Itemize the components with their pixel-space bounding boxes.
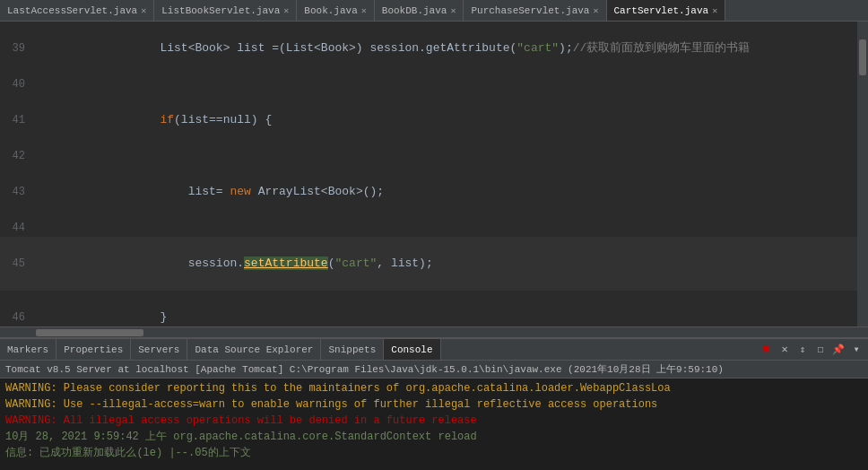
console-line-info-1: 10月 28, 2021 9:59:42 上午 org.apache.catal…: [5, 429, 863, 445]
bottom-panel: Markers Properties Servers Data Source E…: [0, 337, 868, 470]
vertical-scrollbar[interactable]: [857, 22, 868, 326]
tab-purchase-servlet[interactable]: PurchaseServlet.java ✕: [464, 0, 606, 21]
tab-last-access-servlet[interactable]: LastAccessServlet.java ✕: [0, 0, 154, 21]
close-console-button[interactable]: ✕: [777, 342, 793, 358]
line-content: [34, 219, 41, 237]
panel-tab-label: Markers: [7, 344, 48, 355]
panel-tab-label: Console: [391, 344, 432, 355]
panel-tab-label: Properties: [64, 344, 123, 355]
line-content: List<Book> list =(List<Book>) session.ge…: [34, 22, 750, 75]
console-status-text: Tomcat v8.5 Server at localhost [Apache …: [5, 364, 724, 375]
panel-tab-properties[interactable]: Properties: [56, 339, 131, 360]
panel-tab-label: Data Source Explorer: [195, 344, 313, 355]
line-content: list= new ArrayList<Book>();: [34, 165, 384, 219]
tab-label: PurchaseServlet.java: [471, 5, 589, 16]
clear-button[interactable]: ☐: [812, 342, 829, 358]
console-status-bar: Tomcat v8.5 Server at localhost [Apache …: [0, 361, 868, 379]
console-line-warning-red: WARNING: All illegal access operations w…: [5, 413, 863, 429]
line-content: }: [34, 291, 167, 326]
line-content: [34, 147, 41, 165]
code-line-43: 43 list= new ArrayList<Book>();: [0, 165, 857, 219]
panel-tab-label: Snippets: [328, 344, 376, 355]
tab-cart-servlet[interactable]: CartServlet.java ✕: [607, 0, 726, 21]
line-number: 43: [0, 183, 34, 201]
code-editor: 39 List<Book> list =(List<Book>) session…: [0, 22, 868, 326]
code-line-41: 41 if(list==null) {: [0, 93, 857, 147]
panel-tab-servers[interactable]: Servers: [131, 339, 187, 360]
tab-label: BookDB.java: [382, 5, 447, 16]
code-line-40: 40: [0, 75, 857, 93]
tab-close-icon[interactable]: ✕: [593, 5, 598, 16]
tab-label: LastAccessServlet.java: [7, 5, 137, 16]
code-line-42: 42: [0, 147, 857, 165]
code-content: 39 List<Book> list =(List<Book>) session…: [0, 22, 857, 326]
code-line-45: 45 session.setAttribute("cart", list);: [0, 237, 857, 291]
tab-label: ListBookServlet.java: [161, 5, 280, 16]
code-lines: 39 List<Book> list =(List<Book>) session…: [0, 22, 857, 326]
code-line-44: 44: [0, 219, 857, 237]
line-number: 42: [0, 147, 34, 165]
code-line-39: 39 List<Book> list =(List<Book>) session…: [0, 22, 857, 75]
panel-tab-label: Servers: [138, 344, 179, 355]
line-content: if(list==null) {: [34, 93, 272, 147]
line-content: [34, 75, 41, 93]
horizontal-scrollbar[interactable]: [0, 326, 868, 337]
tab-close-icon[interactable]: ✕: [712, 5, 717, 16]
console-line-info-2: 信息: 已成功重新加载此么(le) |--.05的上下文: [5, 445, 863, 461]
line-number: 41: [0, 111, 34, 129]
scrollbar-thumb[interactable]: [859, 39, 866, 75]
line-content: session.setAttribute("cart", list);: [34, 237, 433, 291]
line-number: 40: [0, 75, 34, 93]
panel-tab-snippets[interactable]: Snippets: [321, 339, 384, 360]
scroll-lock-button[interactable]: ⇕: [794, 342, 811, 358]
tab-label: Book.java: [304, 5, 357, 16]
line-number: 39: [0, 39, 34, 57]
tab-close-icon[interactable]: ✕: [361, 5, 367, 16]
tab-close-icon[interactable]: ✕: [283, 5, 289, 16]
code-line-46: 46 }: [0, 291, 857, 326]
h-scrollbar-thumb[interactable]: [36, 329, 143, 336]
pin-button[interactable]: 📌: [830, 342, 846, 358]
editor-tab-bar: LastAccessServlet.java ✕ ListBookServlet…: [0, 0, 868, 22]
panel-tab-bar: Markers Properties Servers Data Source E…: [0, 339, 868, 361]
view-menu-button[interactable]: ▾: [848, 342, 864, 358]
tab-close-icon[interactable]: ✕: [141, 5, 146, 16]
console-output: WARNING: Please consider reporting this …: [0, 379, 868, 470]
tab-label: CartServlet.java: [614, 5, 709, 16]
tab-book[interactable]: Book.java ✕: [297, 0, 374, 21]
panel-tab-markers[interactable]: Markers: [0, 339, 56, 360]
panel-tab-data-source[interactable]: Data Source Explorer: [187, 339, 321, 360]
stop-button[interactable]: ■: [759, 342, 775, 358]
line-number: 44: [0, 219, 34, 237]
panel-tab-console[interactable]: Console: [384, 339, 440, 360]
tab-close-icon[interactable]: ✕: [450, 5, 456, 16]
console-line-warning-2: WARNING: Use --illegal-access=warn to en…: [5, 396, 863, 413]
tab-list-book-servlet[interactable]: ListBookServlet.java ✕: [154, 0, 297, 21]
tab-book-db[interactable]: BookDB.java ✕: [375, 0, 464, 21]
console-line-warning-1: WARNING: Please consider reporting this …: [5, 380, 863, 396]
line-number: 45: [0, 255, 34, 273]
line-number: 46: [0, 309, 34, 326]
